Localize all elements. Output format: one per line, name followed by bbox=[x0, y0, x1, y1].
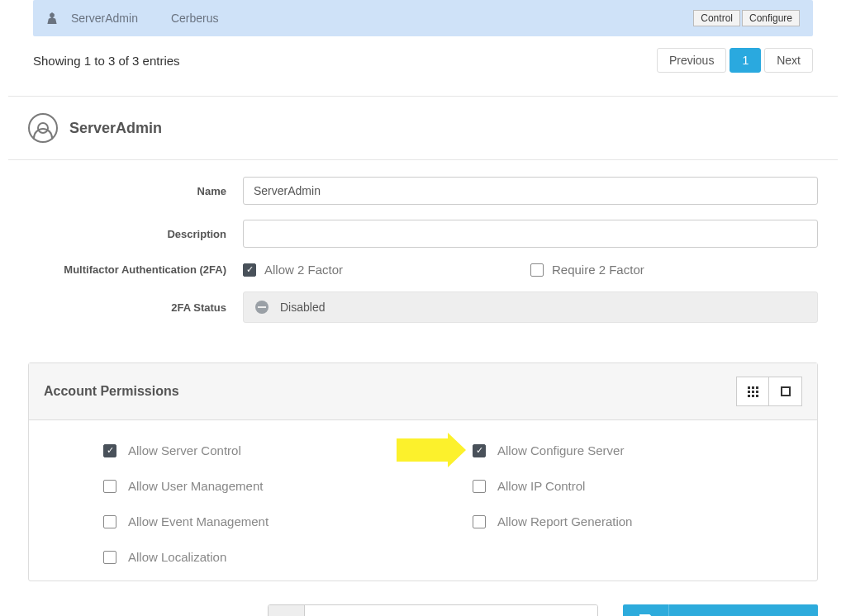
label-description: Description bbox=[28, 228, 243, 240]
pager-next[interactable]: Next bbox=[764, 48, 813, 73]
pager-page-1[interactable]: 1 bbox=[730, 48, 761, 73]
perm-configure-server-checkbox[interactable] bbox=[473, 444, 486, 457]
2fa-status-value: Disabled bbox=[280, 301, 325, 314]
perm-server-control-label: Allow Server Control bbox=[128, 443, 241, 457]
update-admin-button[interactable]: Update Admin User bbox=[623, 604, 818, 616]
permissions-heading: Account Permissions bbox=[44, 384, 736, 399]
selected-user-row[interactable]: ServerAdmin Cerberus Control Configure bbox=[33, 0, 813, 36]
key-addon bbox=[269, 605, 305, 616]
table-info: Showing 1 to 3 of 3 entries bbox=[33, 54, 657, 68]
allow-2fa-checkbox[interactable] bbox=[243, 263, 256, 277]
row-control-button[interactable]: Control bbox=[693, 10, 740, 26]
perm-report-generation-label: Allow Report Generation bbox=[497, 514, 632, 528]
perm-localization-label: Allow Localization bbox=[128, 550, 226, 564]
change-password-group: Change Password bbox=[268, 604, 598, 616]
require-2fa-checkbox[interactable] bbox=[530, 263, 544, 277]
row-configure-button[interactable]: Configure bbox=[742, 10, 800, 26]
grid-view-button[interactable] bbox=[736, 377, 769, 406]
user-icon bbox=[46, 12, 58, 24]
perm-event-management-checkbox[interactable] bbox=[103, 515, 116, 528]
detail-form: Name Description Multifactor Authenticat… bbox=[8, 160, 838, 346]
pager: Previous 1 Next bbox=[657, 48, 813, 73]
pager-previous[interactable]: Previous bbox=[657, 48, 726, 73]
change-password-button[interactable]: Change Password bbox=[305, 605, 597, 616]
perm-localization-checkbox[interactable] bbox=[103, 551, 116, 564]
update-admin-label: Update Admin User bbox=[669, 604, 818, 616]
perm-report-generation-checkbox[interactable] bbox=[473, 515, 486, 528]
highlight-arrow bbox=[397, 438, 449, 462]
single-view-button[interactable] bbox=[769, 377, 802, 406]
row-username: ServerAdmin bbox=[71, 12, 138, 25]
perm-ip-control-checkbox[interactable] bbox=[473, 480, 486, 493]
perm-server-control-checkbox[interactable] bbox=[103, 444, 116, 457]
allow-2fa-label: Allow 2 Factor bbox=[264, 263, 343, 277]
label-mfa: Multifactor Authentication (2FA) bbox=[28, 263, 243, 276]
table-footer: Showing 1 to 3 of 3 entries Previous 1 N… bbox=[8, 36, 838, 91]
avatar-icon bbox=[28, 113, 58, 143]
label-name: Name bbox=[28, 185, 243, 197]
detail-header: ServerAdmin bbox=[8, 97, 838, 160]
detail-title: ServerAdmin bbox=[69, 120, 162, 137]
require-2fa-label: Require 2 Factor bbox=[552, 263, 644, 277]
perm-configure-server-label: Allow Configure Server bbox=[497, 443, 624, 457]
2fa-status-pill: Disabled bbox=[243, 291, 818, 323]
perm-ip-control-label: Allow IP Control bbox=[497, 479, 585, 493]
action-row: Change Password Update Admin User bbox=[8, 598, 838, 616]
square-icon bbox=[781, 386, 791, 396]
grid-icon bbox=[748, 386, 758, 397]
description-input[interactable] bbox=[243, 220, 818, 248]
name-input[interactable] bbox=[243, 177, 818, 205]
disabled-icon bbox=[255, 301, 269, 314]
permissions-panel: Account Permissions Allow Server Control bbox=[28, 362, 818, 581]
perm-user-management-checkbox[interactable] bbox=[103, 480, 116, 493]
perm-event-management-label: Allow Event Management bbox=[128, 514, 269, 528]
row-role: Cerberus bbox=[171, 12, 219, 25]
perm-user-management-label: Allow User Management bbox=[128, 479, 263, 493]
label-2fa-status: 2FA Status bbox=[28, 301, 243, 314]
